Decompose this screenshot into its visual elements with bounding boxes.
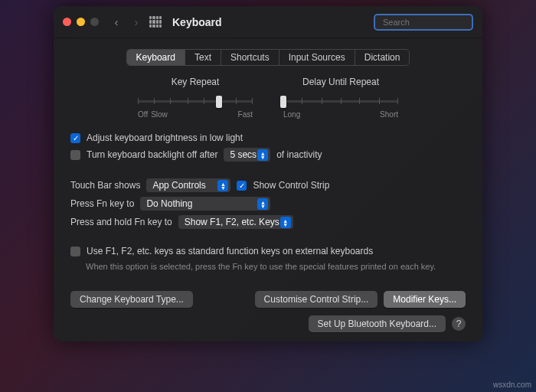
fn-label: Press Fn key to [70,198,134,209]
backlight-off-select[interactable]: 5 secs ▲▼ [224,148,270,162]
delay-block: Delay Until Repeat Long Short [283,77,398,119]
backlight-off-label: Turn keyboard backlight off after [87,149,217,160]
key-repeat-block: Key Repeat Off Slow Fast [138,77,253,119]
std-fn-label: Use F1, F2, etc. keys as standard functi… [87,246,373,256]
content-area: Keyboard Text Shortcuts Input Sources Di… [54,38,482,341]
delay-slider[interactable] [283,95,398,109]
footer-buttons: Change Keyboard Type... Customise Contro… [70,291,466,308]
delay-short-label: Short [380,110,398,119]
kr-slow-label: Slow [151,110,168,119]
zoom-icon [90,18,99,26]
fn-hold-row: Press and hold Fn key to Show F1, F2, et… [70,215,466,229]
help-button[interactable]: ? [452,317,466,331]
modifier-keys-button[interactable]: Modifier Keys... [384,291,466,308]
kr-fast-label: Fast [238,110,253,119]
chevron-updown-icon: ▲▼ [257,198,268,210]
adjust-brightness-checkbox[interactable]: ✓ [70,133,80,143]
std-fn-row: Use F1, F2, etc. keys as standard functi… [70,246,466,256]
adjust-brightness-row: ✓ Adjust keyboard brightness in low ligh… [70,132,466,143]
tab-shortcuts[interactable]: Shortcuts [221,50,279,65]
minimize-icon[interactable] [77,18,85,26]
watermark: wsxdn.com [493,381,531,389]
std-fn-hint: When this option is selected, press the … [86,261,466,273]
search-field[interactable] [374,14,473,31]
fn-row: Press Fn key to Do Nothing ▲▼ [70,197,466,211]
inactivity-label: of inactivity [276,149,322,160]
tab-keyboard[interactable]: Keyboard [127,50,185,65]
titlebar: ‹ › Keyboard [54,6,482,38]
show-strip-label: Show Control Strip [253,180,329,191]
bottom-row: Set Up Bluetooth Keyboard... ? [70,315,466,332]
chevron-updown-icon: ▲▼ [217,180,228,191]
sliders-row: Key Repeat Off Slow Fast Delay Until Rep… [70,77,466,119]
adjust-brightness-label: Adjust keyboard brightness in low light [87,132,243,143]
touchbar-row: Touch Bar shows App Controls ▲▼ ✓ Show C… [70,178,466,192]
delay-label: Delay Until Repeat [283,77,398,87]
preferences-window: ‹ › Keyboard Keyboard Text Shortcuts Inp… [54,6,482,341]
chevron-updown-icon: ▲▼ [257,149,268,161]
touchbar-select[interactable]: App Controls ▲▼ [146,178,230,192]
customise-control-strip-button[interactable]: Customise Control Strip... [255,291,378,308]
chevron-updown-icon: ▲▼ [280,217,291,228]
show-strip-checkbox[interactable]: ✓ [237,181,247,191]
search-input[interactable] [383,18,482,27]
kr-off-label: Off [138,110,148,119]
forward-button: › [129,15,143,28]
key-repeat-slider[interactable] [138,95,253,109]
tab-dictation[interactable]: Dictation [355,50,410,65]
show-all-icon[interactable] [149,16,162,28]
fn-hold-select[interactable]: Show F1, F2, etc. Keys ▲▼ [178,215,293,229]
key-repeat-label: Key Repeat [138,77,253,87]
tab-input-sources[interactable]: Input Sources [279,50,355,65]
back-button[interactable]: ‹ [109,15,123,28]
fn-select[interactable]: Do Nothing ▲▼ [140,197,270,211]
tab-text[interactable]: Text [185,50,221,65]
fn-hold-label: Press and hold Fn key to [70,217,172,227]
delay-long-label: Long [283,110,300,119]
tab-bar: Keyboard Text Shortcuts Input Sources Di… [126,49,410,66]
backlight-off-checkbox[interactable] [70,150,80,160]
touchbar-label: Touch Bar shows [70,180,140,191]
close-icon[interactable] [63,18,71,26]
change-keyboard-type-button[interactable]: Change Keyboard Type... [70,291,193,308]
std-fn-checkbox[interactable] [70,247,80,256]
window-title: Keyboard [172,16,368,28]
traffic-lights [63,18,99,26]
bluetooth-keyboard-button[interactable]: Set Up Bluetooth Keyboard... [309,315,446,332]
backlight-off-row: Turn keyboard backlight off after 5 secs… [70,148,466,162]
